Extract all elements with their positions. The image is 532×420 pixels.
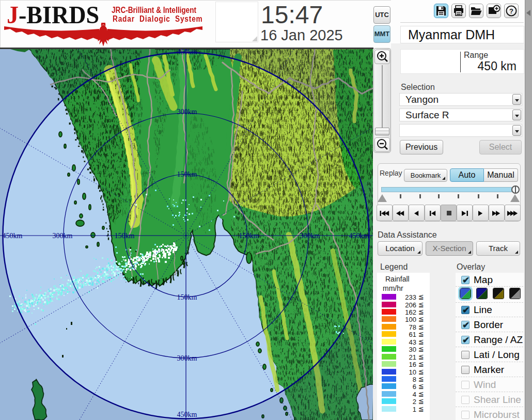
svg-text:450km: 450km (177, 49, 197, 56)
svg-text:150km: 150km (177, 293, 197, 301)
svg-text:150km: 150km (177, 170, 197, 178)
svg-text:450km: 450km (349, 232, 369, 240)
svg-text:450km: 450km (3, 232, 23, 240)
svg-text:450km: 450km (177, 411, 197, 418)
svg-text:300km: 300km (53, 232, 73, 240)
svg-text:150km: 150km (115, 232, 135, 240)
svg-text:150km: 150km (239, 232, 259, 240)
svg-text:300km: 300km (300, 232, 320, 240)
svg-text:300km: 300km (177, 354, 197, 362)
svg-text:?: ? (509, 7, 513, 15)
svg-text:300km: 300km (177, 108, 197, 116)
